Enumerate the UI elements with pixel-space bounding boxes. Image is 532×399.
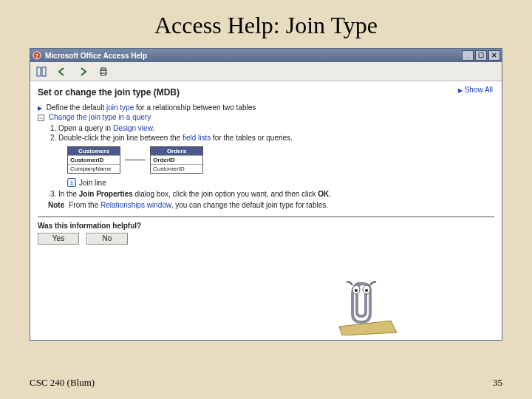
back-icon xyxy=(57,66,67,77)
svg-point-10 xyxy=(355,289,358,292)
yes-button[interactable]: Yes xyxy=(38,233,79,245)
step2-link[interactable]: field lists xyxy=(183,134,211,142)
step2-a: Double-click the join line between the xyxy=(58,134,183,142)
expand-line-2[interactable]: – Change the join type in a query xyxy=(38,113,494,121)
step-3: In the Join Properties dialog box, click… xyxy=(58,190,494,198)
svg-text:?: ? xyxy=(35,52,39,59)
maximize-button[interactable]: ☐ xyxy=(475,50,487,61)
note-link[interactable]: Relationships window xyxy=(100,201,171,209)
svg-rect-3 xyxy=(42,67,46,76)
note-row: Note From the Relationships window, you … xyxy=(48,201,494,209)
window-title: Microsoft Office Access Help xyxy=(45,52,147,60)
tile-icon xyxy=(36,66,47,77)
step1-a: Open a query in xyxy=(58,124,113,132)
table-right-row0: OrderID xyxy=(151,155,202,164)
collapse-icon: – xyxy=(38,115,44,121)
step1-b: . xyxy=(152,124,154,132)
note-a: From the xyxy=(69,201,100,209)
table-orders: Orders OrderID CustomerID xyxy=(150,146,203,174)
line1-link[interactable]: join type xyxy=(106,103,134,112)
topic-title: Set or change the join type (MDB) xyxy=(38,87,494,98)
table-customers: Customers CustomerID CompanyName xyxy=(67,146,120,174)
forward-icon xyxy=(78,66,88,77)
svg-marker-7 xyxy=(339,321,397,335)
step3-a: In the xyxy=(58,190,79,198)
help-window: ? Microsoft Office Access Help _ ☐ ✕ Sho… xyxy=(30,48,502,341)
step1-link[interactable]: Design view xyxy=(113,124,152,132)
line1-prefix: Define the default xyxy=(47,103,106,112)
footer-right: 35 xyxy=(493,377,502,389)
step-2: Double-click the join line between the f… xyxy=(58,134,494,142)
table-left-name: Customers xyxy=(68,147,120,155)
table-left-row1: CompanyName xyxy=(68,164,120,173)
slide-footer: CSC 240 (Blum) 35 xyxy=(30,377,502,389)
svg-point-11 xyxy=(365,289,368,292)
minimize-button[interactable]: _ xyxy=(462,50,474,61)
table-right-row1: CustomerID xyxy=(151,164,202,173)
steps-list: Open a query in Design view. Double-clic… xyxy=(58,124,494,142)
callout-num: 1 xyxy=(67,178,76,187)
help-content: Show All Set or change the join type (MD… xyxy=(30,81,502,340)
close-button[interactable]: ✕ xyxy=(488,50,500,61)
toolbar xyxy=(30,62,502,81)
step2-b: for the tables or queries. xyxy=(211,134,293,142)
tile-button[interactable] xyxy=(33,64,50,79)
note-label: Note xyxy=(48,201,64,209)
note-b: , you can change the default join type f… xyxy=(171,201,328,209)
step3-b: dialog box, click the join option you wa… xyxy=(133,190,318,198)
feedback-question: Was this information helpful? xyxy=(38,222,494,230)
step3-bold2: OK xyxy=(318,190,329,198)
clippy-assistant[interactable] xyxy=(332,275,398,335)
step3-bold: Join Properties xyxy=(79,190,133,198)
forward-button[interactable] xyxy=(75,64,91,79)
print-icon xyxy=(98,66,109,77)
callout-join-line: 1 Join line xyxy=(67,178,494,187)
table-right-name: Orders xyxy=(151,147,202,155)
no-button[interactable]: No xyxy=(86,233,128,245)
app-icon: ? xyxy=(32,50,42,61)
feedback-buttons: Yes No xyxy=(38,233,494,245)
join-line[interactable] xyxy=(125,160,146,160)
titlebar: ? Microsoft Office Access Help _ ☐ ✕ xyxy=(30,49,502,62)
expand-line-1[interactable]: ▶ Define the default join type for a rel… xyxy=(38,103,494,112)
callout-label: Join line xyxy=(79,179,106,187)
svg-rect-5 xyxy=(101,68,106,70)
slide-title: Access Help: Join Type xyxy=(0,0,532,48)
steps-list-2: In the Join Properties dialog box, click… xyxy=(58,190,494,198)
table-left-row0: CustomerID xyxy=(68,155,120,164)
line1-suffix: for a relationship between two tables xyxy=(134,103,256,112)
back-button[interactable] xyxy=(54,64,70,79)
show-all-link[interactable]: Show All xyxy=(458,86,493,94)
note-body: From the Relationships window, you can c… xyxy=(69,201,328,209)
svg-rect-2 xyxy=(37,67,41,76)
step3-c: . xyxy=(329,190,331,198)
print-button[interactable] xyxy=(95,64,112,79)
divider xyxy=(38,216,494,217)
step-1: Open a query in Design view. xyxy=(58,124,494,132)
svg-rect-6 xyxy=(101,73,106,75)
footer-left: CSC 240 (Blum) xyxy=(30,377,95,389)
join-diagram: Customers CustomerID CompanyName Orders … xyxy=(67,146,494,174)
line2-text: Change the join type in a query xyxy=(49,113,151,121)
expand-caret-icon: ▶ xyxy=(38,105,42,112)
